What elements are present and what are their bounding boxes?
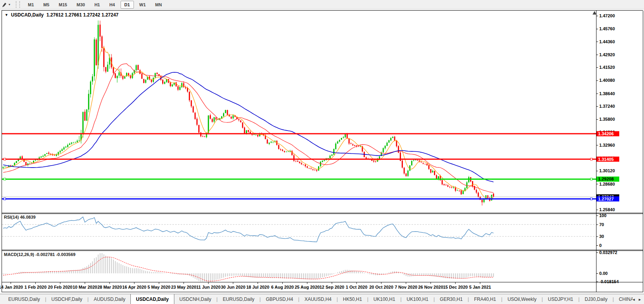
svg-text:1.28680: 1.28680: [599, 182, 615, 186]
chart-tab-xauusd-h4[interactable]: XAUUSD,H4: [299, 295, 337, 304]
collapse-triangle-icon[interactable]: ▼: [5, 13, 8, 17]
svg-text:30 Jun 2020: 30 Jun 2020: [221, 285, 245, 289]
chart-tab-usoil-weekly[interactable]: USOil,Weekly: [502, 295, 542, 304]
pencil-tool-icon: [2, 2, 7, 7]
svg-text:1.27027: 1.27027: [598, 197, 614, 201]
chart-ohlc-values: 1.27612 1.27661 1.27242 1.27247: [46, 12, 119, 18]
svg-text:12 Sep 2020: 12 Sep 2020: [320, 285, 344, 289]
svg-text:16 Apr 2020: 16 Apr 2020: [122, 285, 146, 289]
toolbar: ▾ M1M5M15M30H1H4D1W1MN: [0, 0, 644, 9]
chart-tabs: EURUSD,Daily|USDCHF,Daily|AUDUSD,DailyUS…: [0, 294, 633, 304]
chart-tab-usdcnh-daily[interactable]: USDCNH,Daily: [174, 295, 216, 304]
chart-tab-uk100-h1[interactable]: UK100,H1: [368, 295, 400, 304]
svg-text:1.40080: 1.40080: [599, 78, 615, 83]
chart-tab-dj30-daily[interactable]: DJ30,Daily: [580, 295, 613, 304]
chart-tab-audusd-daily[interactable]: AUDUSD,Daily: [89, 295, 131, 304]
timeframe-button-group: M1M5M15M30H1H4D1W1MN: [23, 1, 166, 9]
svg-text:7 Nov 2020: 7 Nov 2020: [395, 285, 417, 289]
chart-tab-ger30-h1[interactable]: GER30,H1: [435, 295, 468, 304]
svg-text:30: 30: [599, 234, 604, 239]
svg-text:5 May 2020: 5 May 2020: [148, 285, 170, 289]
svg-text:1.31405: 1.31405: [598, 157, 614, 162]
svg-text:0.00: 0.00: [599, 271, 607, 276]
timeframe-button-m1[interactable]: M1: [24, 1, 38, 9]
chart-title: ▼ USDCAD,Daily 1.27612 1.27661 1.27242 1…: [5, 12, 119, 18]
svg-text:15 Dec 2020: 15 Dec 2020: [443, 285, 468, 289]
timeframe-button-m30[interactable]: M30: [73, 1, 89, 9]
svg-text:70: 70: [599, 222, 604, 227]
timeframe-button-d1[interactable]: D1: [121, 1, 134, 9]
timeframe-button-h4[interactable]: H4: [105, 1, 119, 9]
svg-text:1.41520: 1.41520: [599, 65, 615, 70]
chevron-down-icon: ▾: [9, 3, 10, 6]
svg-text:10 Mar 2020: 10 Mar 2020: [73, 285, 97, 289]
chart-tab-usdcad-daily[interactable]: USDCAD,Daily: [130, 294, 174, 304]
svg-text:0: 0: [599, 243, 602, 248]
tab-scroll-right-icon[interactable]: ▸: [639, 297, 641, 302]
timeframe-button-w1[interactable]: W1: [135, 1, 150, 9]
svg-text:1.42920: 1.42920: [599, 52, 615, 57]
svg-text:1.47200: 1.47200: [599, 13, 615, 18]
svg-text:23 May 2020: 23 May 2020: [171, 285, 196, 289]
svg-text:20 Oct 2020: 20 Oct 2020: [369, 285, 393, 289]
svg-text:1.44360: 1.44360: [599, 39, 615, 44]
chart-tab-china300-h1[interactable]: CHINA300,H1: [614, 295, 633, 304]
svg-text:1.32960: 1.32960: [599, 143, 615, 147]
chart-tab-usdjpy-h1[interactable]: USDJPY,H1: [543, 295, 578, 304]
svg-text:0.032972: 0.032972: [599, 250, 617, 255]
drawing-tool-button[interactable]: ▾: [0, 0, 12, 9]
timeframe-button-h1[interactable]: H1: [90, 1, 104, 9]
svg-text:20 Feb 2020: 20 Feb 2020: [48, 285, 72, 289]
chart-tab-uk100-h1[interactable]: UK100,H1: [402, 295, 434, 304]
chart-tab-usdchf-daily[interactable]: USDCHF,Daily: [46, 295, 88, 304]
svg-text:28 Mar 2020: 28 Mar 2020: [97, 285, 122, 289]
mt4-window: ▾ M1M5M15M30H1H4D1W1MN 1.472001.457601.4…: [0, 0, 644, 304]
svg-text:26 Nov 2020: 26 Nov 2020: [418, 285, 443, 289]
svg-text:25 Aug 2020: 25 Aug 2020: [295, 285, 320, 289]
rsi-indicator-label: RSI(14) 46.0839: [4, 215, 36, 219]
svg-text:1.45760: 1.45760: [599, 26, 615, 31]
chart-tab-fra40-h1[interactable]: FRA40,H1: [469, 295, 501, 304]
svg-text:-0.018154: -0.018154: [599, 279, 619, 284]
chart-tab-gbpusd-h4[interactable]: GBPUSD,H4: [261, 295, 298, 304]
svg-text:18 Jul 2020: 18 Jul 2020: [246, 285, 269, 289]
svg-text:5 Jan 2021: 5 Jan 2021: [469, 285, 491, 289]
chart-tab-eurusd-daily[interactable]: EURUSD,Daily: [3, 295, 45, 304]
chart-symbol-period: USDCAD,Daily: [11, 12, 44, 18]
svg-text:1.29208: 1.29208: [598, 177, 614, 181]
macd-indicator-label: MACD(12,26,9) -0.002781 -0.003569: [4, 252, 75, 257]
svg-text:1.25840: 1.25840: [599, 207, 615, 212]
tab-scroll-left-icon[interactable]: ◂: [633, 297, 635, 302]
timeframe-button-mn[interactable]: MN: [151, 1, 166, 9]
svg-text:1 Oct 2020: 1 Oct 2020: [346, 285, 368, 289]
chart-tabs-bar: EURUSD,Daily|USDCHF,Daily|AUDUSD,DailyUS…: [0, 294, 644, 304]
chart-canvas[interactable]: 1.472001.457601.443601.429201.415201.400…: [0, 0, 644, 294]
svg-text:1.34206: 1.34206: [598, 131, 614, 136]
svg-text:1.37240: 1.37240: [599, 104, 615, 109]
chart-tab-hk50-h1[interactable]: HK50,H1: [338, 295, 367, 304]
timeframe-button-m15[interactable]: M15: [55, 1, 71, 9]
svg-text:1.35800: 1.35800: [599, 117, 615, 122]
svg-text:11 Jun 2020: 11 Jun 2020: [196, 285, 221, 289]
svg-text:1 Feb 2020: 1 Feb 2020: [24, 285, 46, 289]
timeframe-button-m5[interactable]: M5: [39, 1, 53, 9]
toolbar-grip: [16, 1, 20, 8]
svg-text:6 Aug 2020: 6 Aug 2020: [271, 285, 294, 289]
svg-text:1.30120: 1.30120: [599, 168, 615, 173]
svg-text:14 Jan 2020: 14 Jan 2020: [0, 285, 23, 289]
chart-tab-eurusd-daily[interactable]: EURUSD,Daily: [218, 295, 260, 304]
svg-text:1.38640: 1.38640: [599, 91, 615, 96]
svg-text:100: 100: [599, 213, 606, 218]
